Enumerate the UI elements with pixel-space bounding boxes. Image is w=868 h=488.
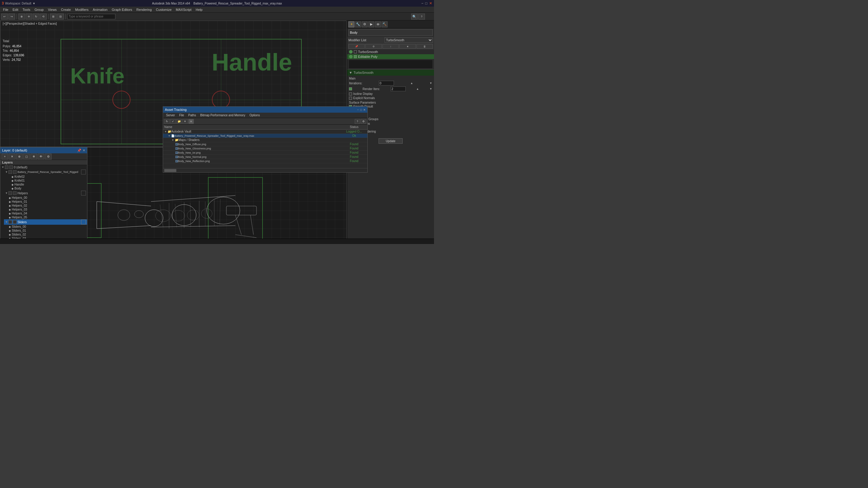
layer-item-helpers02[interactable]: ◆ Helpers_02 xyxy=(7,204,87,207)
move-button[interactable]: ✛ xyxy=(26,13,32,20)
make-unique-button[interactable]: ★ xyxy=(399,44,415,49)
at-remove-button[interactable]: ✕ xyxy=(182,119,188,124)
close-button[interactable]: ✕ xyxy=(429,1,432,5)
configure-button[interactable]: ⚙ xyxy=(365,44,381,49)
add-to-layer-button[interactable]: ⊕ xyxy=(16,154,23,160)
layer-item-helpers05[interactable]: ◆ Helpers_05 xyxy=(7,216,87,219)
layers-panel-pin[interactable]: 📌 xyxy=(77,149,82,153)
layer-item-helpers[interactable]: ▼ Helpers xyxy=(4,190,87,196)
rp-utility-tab[interactable]: 🔨 xyxy=(381,22,388,27)
rp-display-tab[interactable]: 👁 xyxy=(375,22,381,27)
asset-panel-restore[interactable]: □ xyxy=(360,108,362,111)
snap2-button[interactable]: ⊟ xyxy=(57,13,64,20)
minimize-button[interactable]: − xyxy=(421,1,424,5)
asset-panel-close[interactable]: ✕ xyxy=(363,108,366,111)
layer-item-sliders[interactable]: ▼ Sliders xyxy=(4,219,87,225)
new-layer-button[interactable]: + xyxy=(1,154,8,160)
ts-render-iters-checkbox[interactable] xyxy=(349,87,352,90)
turbosmooth-checkbox[interactable] xyxy=(354,50,357,53)
ts-explicit-normals-checkbox[interactable] xyxy=(349,97,352,100)
vis-icon-battery[interactable] xyxy=(8,170,12,174)
at-row-battery-file[interactable]: ▼ 📄 Battery_Powered_Rescue_Spreader_Tool… xyxy=(163,134,367,138)
layer-item-handle[interactable]: ▶ ◆ Handle xyxy=(7,183,87,187)
delete-layer-button[interactable]: ✕ xyxy=(9,154,16,160)
snap-button[interactable]: ⊞ xyxy=(50,13,57,20)
asset-scrollbar-thumb[interactable] xyxy=(164,169,176,172)
asset-menu-file[interactable]: File xyxy=(177,113,186,117)
menu-help[interactable]: Help xyxy=(194,7,204,12)
asset-menu-bitmap[interactable]: Bitmap Performance and Memory xyxy=(198,113,247,117)
object-name-input[interactable] xyxy=(348,29,433,36)
menu-modifiers[interactable]: Modifiers xyxy=(73,7,90,12)
lock-icon-sliders[interactable] xyxy=(13,220,17,224)
pin-stack-button[interactable]: 📌 xyxy=(348,44,365,49)
help-search-button[interactable]: ? xyxy=(418,13,425,20)
at-row-body-ior[interactable]: 🖼 Body_New_ior.png Found xyxy=(163,151,367,155)
hide-layer-button[interactable]: 👁 xyxy=(38,154,44,160)
search-button[interactable]: 🔍 xyxy=(411,13,418,20)
modifier-editable-poly[interactable]: Editable Poly xyxy=(347,54,434,59)
at-row-autodesk-vault[interactable]: ▼ 📁 Autodesk Vault Logged O... xyxy=(163,130,367,134)
menu-maxscript[interactable]: MAXScript xyxy=(174,7,193,12)
ts-iterations-up[interactable]: ▲ xyxy=(410,82,413,85)
menu-create[interactable]: Create xyxy=(59,7,73,12)
at-resolve-button[interactable]: ✓ xyxy=(170,119,176,124)
menu-edit[interactable]: Edit xyxy=(11,7,20,12)
layer-item-knife01[interactable]: ▶ ◆ Knife01 xyxy=(7,178,87,183)
asset-menu-paths[interactable]: Paths xyxy=(187,113,198,117)
at-row-body-reflection[interactable]: 🖼 Body_New_Reflection.png Found xyxy=(163,159,367,163)
menu-file[interactable]: File xyxy=(1,7,10,12)
rp-motion-tab[interactable]: ▶ xyxy=(368,22,374,27)
menu-tools[interactable]: Tools xyxy=(21,7,32,12)
at-help-button[interactable]: ? xyxy=(355,119,360,124)
at-refresh-button[interactable]: ↻ xyxy=(164,119,170,124)
layer-item-knife02[interactable]: ▶ ◆ Knife02 xyxy=(7,175,87,178)
ts-render-iters-input[interactable] xyxy=(391,87,406,91)
modifier-turbosmooth[interactable]: TurboSmooth xyxy=(347,50,434,54)
lock-icon-helpers[interactable] xyxy=(13,191,17,195)
layer-item-default[interactable]: ▼ 0 (default) xyxy=(0,165,87,169)
asset-panel-pin[interactable]: − xyxy=(357,108,359,111)
ts-isoline-checkbox[interactable] xyxy=(349,93,352,96)
layer-item-helpers00[interactable]: ◆ Helpers_00 xyxy=(7,196,87,200)
layer-item-sliders00[interactable]: ◆ Sliders_00 xyxy=(7,225,87,229)
at-row-maps-shaders[interactable]: ▼ 📁 Maps / Shaders xyxy=(163,138,367,142)
layer-item-helpers04[interactable]: ◆ Helpers_04 xyxy=(7,212,87,216)
rp-create-tab[interactable]: ✦ xyxy=(348,22,354,27)
menu-group[interactable]: Group xyxy=(33,7,45,12)
layer-item-body[interactable]: ▶ ◆ Body xyxy=(7,187,87,190)
scale-button[interactable]: ⟲ xyxy=(40,13,47,20)
modifier-list-dropdown[interactable]: TurboSmooth Editable Poly xyxy=(384,37,433,43)
layers-panel-close[interactable]: ✕ xyxy=(83,149,85,153)
select-button[interactable]: ⊕ xyxy=(19,13,25,20)
layer-box-sliders[interactable] xyxy=(81,220,86,224)
vis-icon-helpers[interactable] xyxy=(8,191,12,195)
ts-render-iters-up[interactable]: ▲ xyxy=(416,87,419,90)
menu-graph-editors[interactable]: Graph Editors xyxy=(110,7,134,12)
vis-icon-sliders[interactable] xyxy=(8,220,12,224)
asset-menu-options[interactable]: Options xyxy=(248,113,261,117)
menu-customize[interactable]: Customize xyxy=(154,7,173,12)
workspace-dropdown-icon[interactable]: ▼ xyxy=(33,2,36,5)
show-end-result-button[interactable]: ↕ xyxy=(382,44,399,49)
editable-poly-checkbox[interactable] xyxy=(354,55,357,58)
rotate-button[interactable]: ↻ xyxy=(33,13,39,20)
at-row-body-diffuse[interactable]: 🖼 Body_New_Diffuse.png Found xyxy=(163,142,367,147)
layer-item-battery[interactable]: ▼ Battery_Powered_Rescue_Spreader_Tool_R… xyxy=(4,169,87,175)
menu-animation[interactable]: Animation xyxy=(91,7,110,12)
asset-menu-server[interactable]: Server xyxy=(164,113,177,117)
asset-scrollbar[interactable] xyxy=(163,168,367,172)
at-list-button[interactable]: ≡ xyxy=(188,119,194,124)
ts-iterations-down[interactable]: ▼ xyxy=(430,82,432,85)
layer-box-helpers[interactable] xyxy=(81,191,86,195)
search-input[interactable] xyxy=(67,14,116,19)
layer-item-helpers03[interactable]: ◆ Helpers_03 xyxy=(7,207,87,212)
vis-icon-default[interactable] xyxy=(5,165,8,169)
rp-modify-tab[interactable]: 🔧 xyxy=(355,22,361,27)
at-settings-button[interactable]: ⚙ xyxy=(361,119,366,124)
layer-item-sliders02[interactable]: ◆ Sliders_02 xyxy=(7,233,87,236)
layer-box-battery[interactable] xyxy=(81,170,86,174)
rp-hierarchy-tab[interactable]: ⚙ xyxy=(362,22,368,27)
turbosmooth-header[interactable]: ▼ TurboSmooth xyxy=(347,70,434,76)
undo-button[interactable]: ↩ xyxy=(1,13,8,20)
